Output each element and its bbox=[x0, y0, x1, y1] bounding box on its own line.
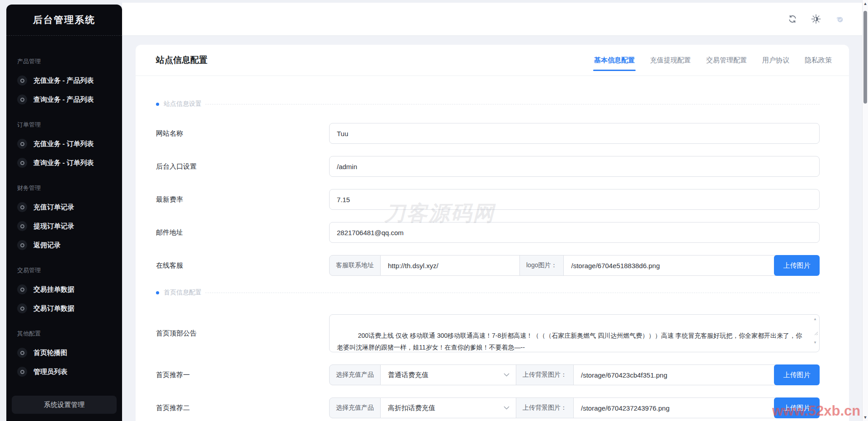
ring-icon bbox=[17, 367, 27, 377]
refresh-icon[interactable] bbox=[788, 14, 797, 24]
tab-privacy-policy[interactable]: 隐私政策 bbox=[804, 45, 833, 76]
email-input[interactable] bbox=[329, 222, 820, 243]
sidebar-item-label: 返佣记录 bbox=[33, 241, 61, 250]
notice-text: 200话费上线 仅收 移动联通 300移动联通高速！7-8折都高速！（（（石家庄… bbox=[337, 332, 802, 352]
logo-path-input[interactable] bbox=[564, 255, 777, 276]
home-notice-textarea[interactable]: 200话费上线 仅收 移动联通 300移动联通高速！7-8折都高速！（（（石家庄… bbox=[329, 314, 820, 352]
sidebar-item-label: 充值业务 - 产品列表 bbox=[33, 76, 94, 85]
form-row-service: 在线客服 客服联系地址 logo图片： 上传图片 bbox=[156, 255, 820, 276]
sidebar-item-admin-list[interactable]: 管理员列表 bbox=[6, 362, 122, 381]
field-label: 首页顶部公告 bbox=[156, 329, 329, 338]
rec1-product-select[interactable]: 普通话费充值 bbox=[381, 364, 516, 385]
theme-toggle-icon[interactable] bbox=[811, 14, 821, 24]
avatar-badge-icon[interactable] bbox=[835, 14, 844, 24]
form-row-rate: 最新费率 bbox=[156, 189, 820, 210]
sidebar-item-recharge-products[interactable]: 充值业务 - 产品列表 bbox=[6, 71, 122, 90]
form-row-recommend-2: 首页推荐二 选择充值产品 高折扣话费充值 上传背景图片： 上传图片 bbox=[156, 397, 820, 418]
tab-bar: 基本信息配置 充值提现配置 交易管理配置 用户协议 隐私政策 bbox=[593, 45, 833, 76]
form-row-notice: 首页顶部公告 200话费上线 仅收 移动联通 300移动联通高速！7-8折都高速… bbox=[156, 314, 820, 352]
rec2-product-select[interactable]: 高折扣话费充值 bbox=[381, 397, 516, 418]
sidebar-item-query-orders[interactable]: 查询业务 - 订单列表 bbox=[6, 153, 122, 172]
selected-option: 普通话费充值 bbox=[388, 371, 429, 379]
field-label: 首页推荐二 bbox=[156, 404, 329, 412]
tab-user-agreement[interactable]: 用户协议 bbox=[761, 45, 790, 76]
top-header bbox=[122, 3, 868, 36]
ring-icon bbox=[17, 139, 27, 149]
rec1-select-prepend: 选择充值产品 bbox=[329, 364, 381, 385]
section-label: 首页信息配置 bbox=[164, 289, 202, 297]
card-header: 站点信息配置 基本信息配置 充值提现配置 交易管理配置 用户协议 隐私政策 bbox=[136, 45, 849, 76]
service-addr-prepend: 客服联系地址 bbox=[329, 255, 381, 276]
form-row-email: 邮件地址 bbox=[156, 222, 820, 243]
system-settings-button[interactable]: 系统设置管理 bbox=[12, 396, 117, 414]
sidebar-group-trade: 交易管理 bbox=[6, 261, 122, 280]
sidebar-item-label: 首页轮播图 bbox=[33, 349, 67, 357]
sidebar-group-orders: 订单管理 bbox=[6, 115, 122, 134]
page-title: 站点信息配置 bbox=[156, 54, 208, 66]
tab-basic-info[interactable]: 基本信息配置 bbox=[593, 45, 636, 76]
field-label: 最新费率 bbox=[156, 195, 329, 204]
field-label: 在线客服 bbox=[156, 261, 329, 270]
sidebar-group-other: 其他配置 bbox=[6, 324, 122, 343]
main-area: 站点信息配置 基本信息配置 充值提现配置 交易管理配置 用户协议 隐私政策 站点… bbox=[122, 36, 868, 421]
rec2-bg-input[interactable] bbox=[574, 397, 777, 418]
tab-recharge-withdraw[interactable]: 充值提现配置 bbox=[649, 45, 692, 76]
sidebar-item-recharge-orders[interactable]: 充值业务 - 订单列表 bbox=[6, 134, 122, 153]
sidebar-item-trade-pending[interactable]: 交易挂单数据 bbox=[6, 280, 122, 299]
form-body: 站点信息设置 网站名称 后台入口设置 最新费率 bbox=[136, 99, 849, 418]
sidebar-item-home-carousel[interactable]: 首页轮播图 bbox=[6, 343, 122, 362]
ring-icon bbox=[17, 221, 27, 231]
chevron-down-icon bbox=[504, 373, 509, 377]
service-addr-input[interactable] bbox=[381, 255, 520, 276]
upload-rec2-bg-button[interactable]: 上传图片 bbox=[774, 397, 820, 418]
rate-input[interactable] bbox=[329, 189, 820, 210]
sidebar-item-label: 交易订单数据 bbox=[33, 304, 74, 313]
chevron-down-icon bbox=[504, 406, 509, 410]
ring-icon bbox=[17, 76, 27, 85]
rec1-bg-input[interactable] bbox=[574, 364, 777, 385]
section-label: 站点信息设置 bbox=[164, 100, 202, 108]
rec2-select-prepend: 选择充值产品 bbox=[329, 397, 381, 418]
logo-image-prepend: logo图片： bbox=[520, 255, 564, 276]
ring-icon bbox=[17, 348, 27, 358]
site-name-input[interactable] bbox=[329, 123, 820, 144]
ring-icon bbox=[17, 158, 27, 168]
section-dot-icon bbox=[156, 291, 159, 294]
section-dashed-line bbox=[205, 293, 820, 293]
field-label: 网站名称 bbox=[156, 129, 329, 138]
settings-card: 站点信息配置 基本信息配置 充值提现配置 交易管理配置 用户协议 隐私政策 站点… bbox=[136, 45, 849, 421]
tab-trade-manage[interactable]: 交易管理配置 bbox=[705, 45, 748, 76]
ring-icon bbox=[17, 95, 27, 104]
sidebar-item-label: 充值业务 - 订单列表 bbox=[33, 140, 94, 148]
field-label: 后台入口设置 bbox=[156, 162, 329, 171]
ring-icon bbox=[17, 240, 27, 250]
field-label: 首页推荐一 bbox=[156, 371, 329, 379]
form-row-recommend-1: 首页推荐一 选择充值产品 普通话费充值 上传背景图片： 上传图片 bbox=[156, 364, 820, 385]
rec2-bg-prepend: 上传背景图片： bbox=[516, 397, 574, 418]
ring-icon bbox=[17, 202, 27, 212]
field-label: 邮件地址 bbox=[156, 228, 329, 237]
sidebar-item-recharge-records[interactable]: 充值订单记录 bbox=[6, 198, 122, 217]
sidebar-item-label: 查询业务 - 订单列表 bbox=[33, 159, 94, 167]
admin-path-input[interactable] bbox=[329, 156, 820, 177]
sidebar-item-query-products[interactable]: 查询业务 - 产品列表 bbox=[6, 90, 122, 109]
scrollbar-up-icon[interactable]: ▲ bbox=[863, 1, 868, 6]
sidebar-item-commission-records[interactable]: 返佣记录 bbox=[6, 236, 122, 255]
sidebar-group-products: 产品管理 bbox=[6, 52, 122, 71]
sidebar-item-trade-orders[interactable]: 交易订单数据 bbox=[6, 299, 122, 318]
ring-icon bbox=[17, 303, 27, 313]
sidebar-item-label: 充值订单记录 bbox=[33, 203, 74, 212]
sidebar-item-label: 提现订单记录 bbox=[33, 222, 74, 231]
textarea-resize-handle-icon[interactable] bbox=[790, 316, 818, 351]
sidebar: 后台管理系统 产品管理 充值业务 - 产品列表 查询业务 - 产品列表 订单管理… bbox=[6, 5, 122, 421]
form-row-site-name: 网站名称 bbox=[156, 123, 820, 144]
sidebar-item-withdraw-records[interactable]: 提现订单记录 bbox=[6, 217, 122, 236]
scrollbar-down-icon[interactable]: ▼ bbox=[863, 415, 868, 420]
upload-logo-button[interactable]: 上传图片 bbox=[774, 255, 820, 276]
form-row-admin-path: 后台入口设置 bbox=[156, 156, 820, 177]
section-home-info: 首页信息配置 bbox=[156, 288, 820, 297]
scrollbar-thumb[interactable] bbox=[863, 11, 867, 104]
selected-option: 高折扣话费充值 bbox=[388, 404, 435, 412]
upload-rec1-bg-button[interactable]: 上传图片 bbox=[774, 364, 820, 385]
page-scrollbar[interactable]: ▲ ▼ bbox=[862, 0, 868, 421]
